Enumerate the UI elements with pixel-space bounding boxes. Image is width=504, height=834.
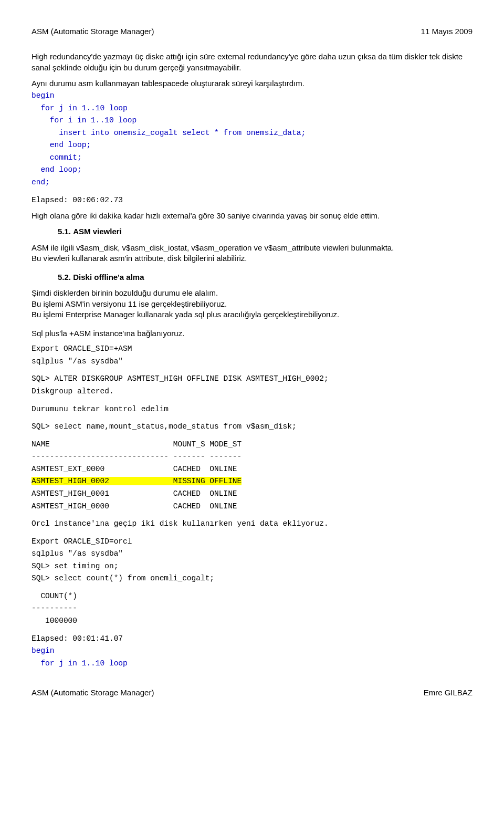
code-commit: commit; — [32, 153, 472, 163]
code-check-again: Durumunu tekrar kontrol edelim — [32, 404, 472, 415]
doc-title: ASM (Automatic Storage Manager) — [32, 26, 154, 37]
code-for-i: for i in 1..10 loop — [32, 116, 472, 126]
page-footer: ASM (Automatic Storage Manager) Emre GIL… — [32, 687, 472, 698]
code-set-timing: SQL> set timing on; — [32, 561, 472, 572]
code-row-ext-0000: ASMTEST_EXT_0000 CACHED ONLINE — [32, 464, 472, 475]
code-alter-diskgroup: SQL> ALTER DISKGROUP ASMTEST_HIGH OFFLIN… — [32, 374, 472, 384]
highlighted-offline-row: ASMTEST_HIGH_0002 MISSING OFFLINE — [32, 477, 242, 485]
code-begin-2: begin — [32, 646, 472, 656]
code-table-divider: ------------------------------ ------- -… — [32, 452, 472, 462]
code-select-asmdisk: SQL> select name,mount_status,mode_statu… — [32, 422, 472, 432]
code-sqlplus-1: sqlplus "/as sysdba" — [32, 357, 472, 367]
section-5-2-num: 5.2. — [58, 273, 71, 282]
code-elapsed-2: Elapsed: 00:01:41.07 — [32, 634, 472, 644]
code-row-high-0002: ASMTEST_HIGH_0002 MISSING OFFLINE — [32, 476, 472, 487]
section-5-1-body-2: Bu viewleri kullanarak asm'in attribute,… — [32, 253, 472, 264]
paragraph-result: High olana göre iki dakika kadar hızlı e… — [32, 211, 472, 221]
section-5-2-body-1: Şimdi disklerden birinin bozulduğu durum… — [32, 288, 472, 298]
code-orcl-instance: Orcl instance'ına geçip iki disk kullanı… — [32, 519, 472, 529]
code-endloop-1: end loop; — [32, 140, 472, 151]
paragraph-intro-2: Aynı durumu asm kullanmayan tablespacede… — [32, 78, 472, 89]
code-begin: begin — [32, 91, 472, 101]
code-export-asm: Export ORACLE_SID=+ASM — [32, 344, 472, 355]
section-5-1-header: 5.1. ASM viewleri — [32, 226, 472, 237]
code-select-count: SQL> select count(*) from onemli_cogalt; — [32, 574, 472, 584]
section-5-2-body-2: Bu işlemi ASM'in versiyonu 11 ise gerçek… — [32, 299, 472, 309]
code-diskgroup-altered: Diskgroup altered. — [32, 387, 472, 397]
code-insert: insert into onemsiz_cogalt select * from… — [32, 128, 472, 139]
code-count-value: 1000000 — [32, 616, 472, 627]
code-row-high-0001: ASMTEST_HIGH_0001 CACHED ONLINE — [32, 489, 472, 499]
code-endloop-2: end loop; — [32, 165, 472, 175]
section-5-2-body-3: Bu işlemi Enterprise Manager kullanarak … — [32, 309, 472, 320]
code-for-j: for j in 1..10 loop — [32, 103, 472, 114]
code-count-header: COUNT(*) — [32, 591, 472, 602]
footer-left: ASM (Automatic Storage Manager) — [32, 687, 154, 698]
section-5-1-title: ASM viewleri — [73, 227, 122, 236]
section-5-2-title: Diski offline'a alma — [73, 273, 144, 282]
code-end: end; — [32, 178, 472, 188]
section-5-1-num: 5.1. — [58, 227, 71, 236]
section-5-1-body-1: ASM ile ilgili v$asm_disk, v$asm_disk_io… — [32, 243, 472, 253]
code-export-orcl: Export ORACLE_SID=orcl — [32, 537, 472, 547]
code-count-divider: ---------- — [32, 603, 472, 614]
code-for-j-2: for j in 1..10 loop — [32, 659, 472, 669]
footer-right: Emre GILBAZ — [424, 687, 472, 698]
doc-date: 11 Mayıs 2009 — [421, 26, 472, 37]
paragraph-intro-1: High redundancy'de yazmayı üç diske attı… — [32, 51, 472, 73]
paragraph-sqlplus: Sql plus'la +ASM instance'ına bağlanıyor… — [32, 328, 472, 339]
code-table-header: NAME MOUNT_S MODE_ST — [32, 440, 472, 450]
section-5-2-header: 5.2. Diski offline'a alma — [32, 272, 472, 283]
code-sqlplus-2: sqlplus "/as sysdba" — [32, 549, 472, 559]
code-elapsed-1: Elapsed: 00:06:02.73 — [32, 195, 472, 206]
page-header: ASM (Automatic Storage Manager) 11 Mayıs… — [32, 26, 472, 37]
code-row-high-0000: ASMTEST_HIGH_0000 CACHED ONLINE — [32, 502, 472, 512]
